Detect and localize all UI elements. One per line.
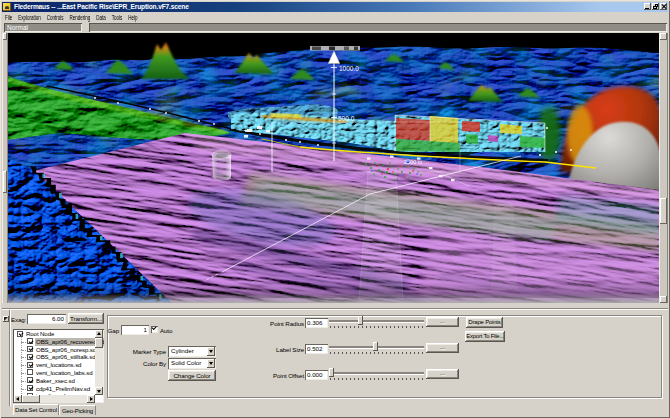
- change-color-button[interactable]: Change Color: [168, 370, 216, 381]
- arrow-left-icon: [16, 397, 19, 401]
- tree-scroll-right-button[interactable]: [87, 395, 95, 403]
- color-by-label: Color By: [126, 359, 166, 368]
- point-offset-label: Point Offset: [262, 371, 304, 380]
- tree-item[interactable]: Root Node: [14, 330, 104, 338]
- color-by-dropdown-button[interactable]: [207, 359, 215, 368]
- gap-field[interactable]: 1: [121, 325, 149, 335]
- right-splitter[interactable]: [659, 33, 668, 303]
- point-radius-slider[interactable]: [329, 316, 424, 328]
- tree-item-label[interactable]: Baker_xsec.sd: [35, 377, 76, 385]
- tab-geo-picking[interactable]: Geo-Picking: [59, 405, 96, 415]
- drape-points-button[interactable]: Drape Points: [466, 317, 503, 328]
- panel-divider: [2, 308, 668, 310]
- menu-controls[interactable]: Controls: [44, 12, 67, 22]
- tree-item-checkbox[interactable]: [27, 369, 33, 375]
- point-offset-field[interactable]: 0.000: [305, 370, 328, 380]
- dataset-tree[interactable]: Root NodeOBS_apr06_recovered.sdOBS_apr06…: [13, 329, 104, 403]
- tree-hscroll-thumb[interactable]: [22, 395, 40, 403]
- tree-item-label[interactable]: vent_location_labs.sd: [35, 369, 94, 377]
- tree-item[interactable]: cdp41_PrelimNav.sd: [14, 385, 104, 393]
- tree-scroll-left-button[interactable]: [14, 395, 22, 403]
- menu-file[interactable]: File: [2, 12, 15, 22]
- color-by-dropdown[interactable]: Solid Color: [168, 358, 216, 369]
- marker-type-value: Cylinder: [171, 346, 194, 356]
- mode-indicator[interactable]: Normal: [4, 23, 82, 32]
- right-splitter-handle[interactable]: [660, 198, 667, 224]
- point-radius-field[interactable]: 0.306: [305, 318, 328, 328]
- tree-item-checkbox[interactable]: [27, 338, 33, 344]
- arrow-right-icon: [90, 397, 93, 401]
- exag-label: Exag:: [11, 315, 26, 324]
- tree-item[interactable]: OBS_apr06_recovered.sd: [14, 338, 104, 346]
- tree-item-label[interactable]: OBS_apr06_noresp.sd: [35, 346, 97, 354]
- slider-ticks2: [330, 352, 423, 354]
- right-splitter-top-box: [660, 33, 667, 40]
- slider-thumb3[interactable]: [329, 368, 334, 377]
- slider-track3: [329, 372, 424, 374]
- menu-data[interactable]: Data: [93, 12, 109, 22]
- menu-tools[interactable]: Tools: [109, 12, 126, 22]
- tree-item-checkbox[interactable]: [27, 362, 33, 368]
- cylinder-marker: [212, 151, 231, 181]
- gap-label: Gap: [102, 326, 119, 335]
- tree-item-label[interactable]: Root Node: [25, 330, 55, 338]
- tree-item-checkbox[interactable]: [27, 346, 33, 352]
- panel-collapse-button[interactable]: [3, 316, 9, 322]
- tree-item[interactable]: OBS_apr06_noresp.sd: [14, 346, 104, 354]
- tree-item-checkbox[interactable]: [17, 331, 23, 337]
- viewport-3d[interactable]: 1000.0 500.0 2500 m: [2, 33, 668, 303]
- menu-exploration[interactable]: Exploration: [15, 12, 44, 22]
- left-splitter-handle[interactable]: [3, 171, 7, 193]
- exag-field[interactable]: 6.00: [27, 314, 66, 324]
- arrow-down-icon: [97, 390, 101, 393]
- window-title: Fledermaus -- ...East Pacific Rise\EPR_E…: [14, 2, 189, 12]
- point-offset-slider[interactable]: [329, 368, 424, 380]
- tree-item-label[interactable]: cdp41_PrelimNav.sd: [35, 385, 91, 393]
- scene-render[interactable]: 1000.0 500.0 2500 m: [8, 33, 659, 303]
- right-splitter-bottom-box: [660, 296, 667, 303]
- tree-item-checkbox[interactable]: [27, 385, 33, 391]
- label-size-slider[interactable]: [329, 342, 424, 354]
- panel-collapse-strip: [2, 310, 10, 406]
- tree-item-label[interactable]: OBS_apr06_stilltalk.sd: [35, 353, 96, 361]
- restore-button[interactable]: [652, 3, 659, 10]
- tree-item-label[interactable]: vent_locations.sd: [35, 361, 82, 369]
- minimize-icon: [645, 8, 649, 9]
- tree-hscrollbar[interactable]: [14, 395, 95, 403]
- bathymetry-scene: 1000.0 500.0 2500 m: [8, 33, 659, 303]
- menu-help[interactable]: Help: [125, 12, 140, 22]
- slider-thumb[interactable]: [358, 316, 363, 325]
- tree-item-checkbox[interactable]: [27, 377, 33, 383]
- label-size-field[interactable]: 0.502: [305, 344, 328, 354]
- tree-item[interactable]: Baker_xsec.sd: [14, 377, 104, 385]
- bottom-gray-fade: [8, 293, 659, 303]
- minimize-button[interactable]: [644, 3, 651, 10]
- menu-rendering[interactable]: Rendering: [67, 12, 94, 22]
- tree-item-label[interactable]: OBS_apr06_recovered.sd: [35, 338, 104, 346]
- title-bar[interactable]: Fledermaus -- ...East Pacific Rise\EPR_E…: [2, 2, 668, 12]
- tab-data-set-control[interactable]: Data Set Control: [13, 404, 59, 415]
- marker-type-dropdown-button[interactable]: [207, 347, 215, 356]
- tree-vscrollbar[interactable]: [95, 330, 103, 395]
- auto-checkbox[interactable]: [151, 326, 158, 333]
- tree-item[interactable]: vent_locations.sd: [14, 361, 104, 369]
- label-size-more-button[interactable]: ...: [426, 343, 459, 353]
- tree-scroll-down-button[interactable]: [95, 387, 103, 395]
- dropdown-arrow-icon2: [209, 362, 213, 365]
- left-splitter-top-box: [3, 33, 7, 40]
- depth-label: 2500 m: [404, 159, 423, 165]
- point-offset-more-button[interactable]: ...: [426, 369, 459, 379]
- marker-type-label: Marker Type: [126, 347, 166, 356]
- slider-thumb2[interactable]: [373, 342, 378, 351]
- close-button[interactable]: [660, 3, 667, 10]
- marker-type-dropdown[interactable]: Cylinder: [168, 346, 216, 357]
- tree-vscroll-thumb[interactable]: [95, 338, 103, 348]
- color-by-value: Solid Color: [171, 358, 201, 368]
- slider-ticks3: [330, 378, 423, 380]
- export-to-file-button[interactable]: Export To File...: [465, 331, 505, 342]
- transform-button[interactable]: Transform...: [68, 313, 104, 324]
- tree-item[interactable]: OBS_apr06_stilltalk.sd: [14, 353, 104, 361]
- tree-item-checkbox[interactable]: [27, 354, 33, 360]
- point-radius-more-button[interactable]: ...: [426, 317, 459, 327]
- tree-item[interactable]: vent_location_labs.sd: [14, 369, 104, 377]
